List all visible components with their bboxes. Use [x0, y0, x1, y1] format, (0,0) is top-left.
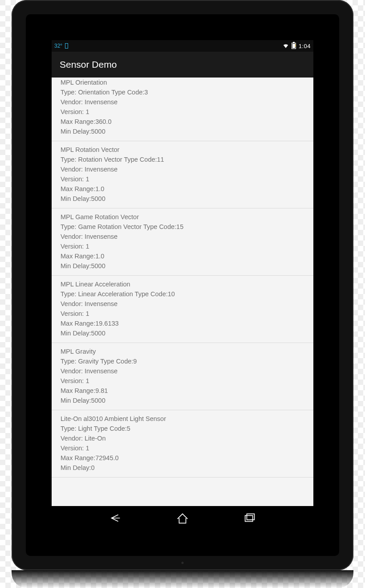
- sensor-field: Max Range:72945.0: [61, 453, 304, 463]
- sensor-field: Version: 1: [61, 107, 304, 117]
- battery-charging-icon: ⚡: [292, 43, 296, 49]
- sensor-field: Min Delay:5000: [61, 396, 304, 405]
- action-bar: Sensor Demo: [52, 52, 313, 78]
- sensor-item[interactable]: MPL Game Rotation VectorType: Game Rotat…: [52, 208, 313, 276]
- sensor-field: Vendor: Lite-On: [61, 433, 304, 443]
- notification-icon: [65, 43, 68, 49]
- sensor-field: Type: Linear Acceleration Type Code:10: [61, 289, 304, 299]
- sensor-field: Min Delay:5000: [61, 127, 304, 136]
- device-shadow: [12, 570, 353, 588]
- sensor-field: Vendor: Invensense: [61, 97, 304, 107]
- sensor-list[interactable]: MPL OrientationType: Orientation Type Co…: [52, 78, 313, 478]
- recent-apps-button[interactable]: [243, 510, 258, 526]
- sensor-name: MPL Game Rotation Vector: [61, 212, 304, 222]
- sensor-field: Vendor: Invensense: [61, 232, 304, 241]
- sensor-field: Type: Rotation Vector Type Code:11: [61, 155, 304, 164]
- svg-rect-1: [245, 515, 253, 521]
- wifi-icon: [283, 43, 289, 49]
- sensor-field: Version: 1: [61, 376, 304, 386]
- sensor-field: Min Delay:0: [61, 463, 304, 473]
- home-indicator: [182, 562, 184, 564]
- status-left: 32°: [54, 43, 68, 49]
- back-button[interactable]: [107, 510, 122, 526]
- sensor-field: Version: 1: [61, 443, 304, 453]
- status-right: ⚡ 1:04: [283, 43, 311, 49]
- sensor-field: Version: 1: [61, 241, 304, 251]
- sensor-field: Max Range:1.0: [61, 251, 304, 261]
- sensor-field: Min Delay:5000: [61, 328, 304, 338]
- temperature-indicator: 32°: [54, 43, 62, 49]
- screen: 32° ⚡ 1:04 Sensor Demo MPL OrientationTy…: [52, 40, 313, 530]
- sensor-field: Type: Orientation Type Code:3: [61, 87, 304, 97]
- android-status-bar: 32° ⚡ 1:04: [52, 40, 313, 52]
- sensor-name: MPL Linear Acceleration: [61, 279, 304, 289]
- sensor-field: Max Range:1.0: [61, 184, 304, 194]
- sensor-item[interactable]: MPL OrientationType: Orientation Type Co…: [52, 78, 313, 141]
- sensor-field: Type: Light Type Code:5: [61, 424, 304, 433]
- android-nav-bar: [52, 506, 313, 530]
- content-area[interactable]: MPL OrientationType: Orientation Type Co…: [52, 78, 313, 506]
- svg-rect-0: [247, 514, 254, 520]
- sensor-item[interactable]: MPL Linear AccelerationType: Linear Acce…: [52, 276, 313, 343]
- sensor-field: Vendor: Invensense: [61, 299, 304, 309]
- screen-bezel: 32° ⚡ 1:04 Sensor Demo MPL OrientationTy…: [26, 14, 339, 556]
- sensor-item[interactable]: Lite-On al3010 Ambient Light SensorType:…: [52, 410, 313, 478]
- sensor-field: Max Range:9.81: [61, 386, 304, 396]
- sensor-field: Version: 1: [61, 174, 304, 184]
- sensor-name: MPL Rotation Vector: [61, 145, 304, 155]
- sensor-item[interactable]: MPL Rotation VectorType: Rotation Vector…: [52, 141, 313, 208]
- sensor-field: Vendor: Invensense: [61, 366, 304, 376]
- sensor-field: Version: 1: [61, 309, 304, 318]
- sensor-item[interactable]: MPL GravityType: Gravity Type Code:9Vend…: [52, 343, 313, 410]
- clock: 1:04: [299, 43, 311, 49]
- sensor-name: MPL Gravity: [61, 347, 304, 356]
- sensor-field: Min Delay:5000: [61, 261, 304, 271]
- sensor-field: Type: Game Rotation Vector Type Code:15: [61, 222, 304, 232]
- sensor-field: Type: Gravity Type Code:9: [61, 356, 304, 366]
- sensor-field: Min Delay:5000: [61, 194, 304, 204]
- sensor-field: Max Range:19.6133: [61, 318, 304, 328]
- sensor-name: Lite-On al3010 Ambient Light Sensor: [61, 414, 304, 424]
- app-title: Sensor Demo: [60, 59, 117, 70]
- sensor-field: Vendor: Invensense: [61, 164, 304, 174]
- tablet-device-frame: 32° ⚡ 1:04 Sensor Demo MPL OrientationTy…: [12, 0, 353, 570]
- home-button[interactable]: [175, 510, 190, 526]
- sensor-field: Max Range:360.0: [61, 117, 304, 127]
- sensor-name: MPL Orientation: [61, 78, 304, 87]
